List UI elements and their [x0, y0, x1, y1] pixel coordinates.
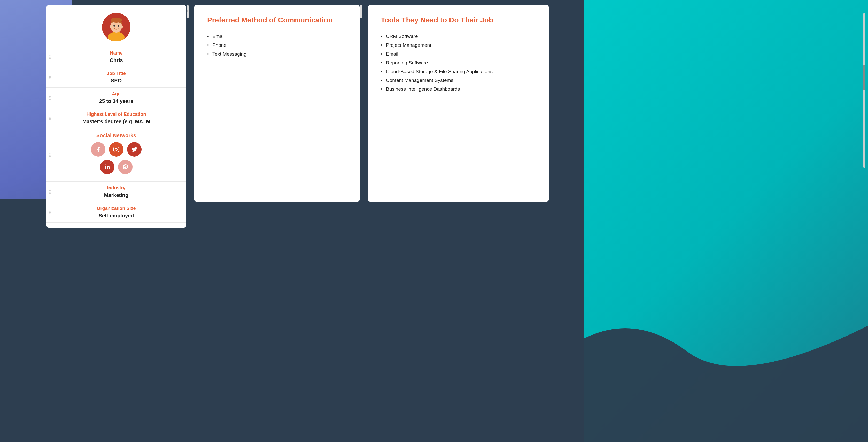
name-value: Chris — [110, 57, 123, 63]
svg-point-6 — [110, 25, 112, 28]
communication-title: Preferred Method of Communication — [207, 16, 347, 25]
avatar-section — [46, 5, 186, 47]
list-item: Business Intelligence Dashboards — [381, 85, 536, 94]
svg-point-5 — [118, 25, 119, 27]
avatar — [102, 13, 130, 41]
linkedin-icon[interactable] — [100, 160, 115, 174]
education-value: Master's degree (e.g. MA, M — [83, 119, 150, 125]
age-value: 25 to 34 years — [99, 98, 133, 104]
resize-handle-right[interactable] — [360, 5, 362, 18]
tools-title: Tools They Need to Do Their Job — [381, 16, 536, 25]
list-item: Reporting Software — [381, 58, 536, 67]
age-label: Age — [112, 91, 121, 97]
instagram-icon[interactable] — [109, 142, 123, 157]
list-item: Email — [207, 32, 347, 41]
svg-point-3 — [111, 18, 122, 23]
job-title-label: Job Title — [107, 71, 126, 76]
list-item: Content Management Systems — [381, 76, 536, 85]
org-size-field: Organization Size Self-employed — [46, 202, 186, 223]
pinterest-icon[interactable] — [118, 160, 132, 174]
svg-point-11 — [104, 165, 106, 166]
social-icons-top-row — [91, 142, 142, 157]
avatar-illustration — [102, 13, 130, 41]
education-label: Highest Level of Education — [86, 112, 146, 117]
job-title-value: SEO — [111, 78, 122, 84]
communication-list: Email Phone Text Messaging — [207, 32, 347, 58]
age-field-wrapper: Age 25 to 34 years — [46, 88, 186, 108]
org-size-value: Self-employed — [99, 213, 134, 219]
org-size-label: Organization Size — [97, 206, 135, 211]
industry-field-wrapper: Industry Marketing — [46, 182, 186, 202]
education-field-wrapper: Highest Level of Education Master's degr… — [46, 108, 186, 128]
industry-label: Industry — [107, 185, 125, 191]
social-icons-bottom-row — [100, 160, 132, 174]
job-title-field: Job Title SEO — [46, 67, 186, 88]
social-networks-section: Social Networks — [46, 128, 186, 182]
facebook-icon[interactable] — [91, 142, 105, 157]
org-size-field-wrapper: Organization Size Self-employed — [46, 202, 186, 223]
industry-field: Industry Marketing — [46, 182, 186, 202]
tools-list: CRM Software Project Management Email Re… — [381, 32, 536, 94]
svg-rect-10 — [104, 166, 106, 169]
list-item: Email — [381, 50, 536, 58]
svg-point-4 — [114, 25, 115, 27]
social-networks-label: Social Networks — [96, 132, 136, 139]
communication-card: Preferred Method of Communication Email … — [194, 5, 360, 202]
name-field-wrapper: Name Chris — [46, 47, 186, 67]
education-field: Highest Level of Education Master's degr… — [46, 108, 186, 128]
list-item: Cloud-Based Storage & File Sharing Appli… — [381, 67, 536, 76]
age-field: Age 25 to 34 years — [46, 88, 186, 108]
scrollbar[interactable] — [863, 13, 865, 168]
svg-point-7 — [121, 25, 123, 28]
list-item: CRM Software — [381, 32, 536, 41]
main-content: Name Chris Job Title SEO — [0, 0, 868, 442]
name-label: Name — [110, 51, 122, 56]
cards-container: Name Chris Job Title SEO — [46, 5, 822, 228]
twitter-icon[interactable] — [127, 142, 142, 157]
profile-card: Name Chris Job Title SEO — [46, 5, 186, 228]
job-title-field-wrapper: Job Title SEO — [46, 67, 186, 88]
tools-card: Tools They Need to Do Their Job CRM Soft… — [368, 5, 549, 202]
scrollbar-thumb[interactable] — [863, 65, 865, 90]
social-field-wrapper: Social Networks — [46, 128, 186, 182]
name-field: Name Chris — [46, 47, 186, 67]
list-item: Text Messaging — [207, 50, 347, 58]
profile-card-wrapper: Name Chris Job Title SEO — [46, 5, 186, 228]
svg-rect-8 — [114, 147, 119, 152]
industry-value: Marketing — [104, 192, 128, 198]
resize-handle-left[interactable] — [187, 5, 189, 18]
list-item: Project Management — [381, 41, 536, 50]
list-item: Phone — [207, 41, 347, 50]
